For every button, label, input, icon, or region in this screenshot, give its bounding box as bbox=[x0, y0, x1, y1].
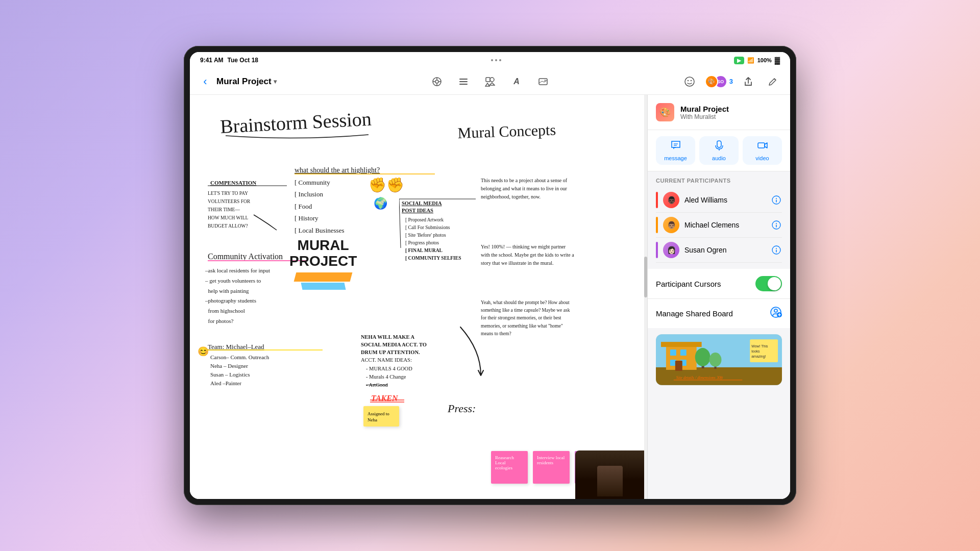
svg-text:what should the art highlight?: what should the art highlight? bbox=[295, 166, 380, 174]
participant-name-2: Michael Clemens bbox=[684, 221, 766, 229]
arrow-1 bbox=[251, 212, 282, 233]
edit-button[interactable] bbox=[764, 72, 782, 91]
smiley-badge: 😊 bbox=[198, 346, 209, 357]
svg-text:Carson– Comm. Outreach: Carson– Comm. Outreach bbox=[210, 354, 270, 360]
shapes-tool-icon bbox=[485, 77, 495, 87]
video-self-view bbox=[575, 450, 644, 499]
svg-text:POST IDEAS: POST IDEAS bbox=[402, 208, 433, 213]
svg-text:NEHA WILL MAKE A: NEHA WILL MAKE A bbox=[361, 334, 415, 340]
svg-rect-7 bbox=[459, 81, 468, 82]
svg-text:[ COMMUNITY SELFIES: [ COMMUNITY SELFIES bbox=[405, 256, 461, 261]
svg-text:SOCIAL MEDIA: SOCIAL MEDIA bbox=[402, 201, 442, 206]
image-tool-icon bbox=[538, 77, 548, 87]
avatar-susan: 👩🏻 bbox=[663, 242, 679, 258]
svg-text:BUDGET ALLOW?: BUDGET ALLOW? bbox=[208, 223, 248, 229]
svg-text:looks: looks bbox=[751, 349, 760, 353]
svg-point-89 bbox=[709, 353, 722, 367]
canvas-area[interactable]: Brainstorm Session Mural Concepts what s… bbox=[190, 95, 647, 499]
status-right: ▶ 📶 100% ▓ bbox=[734, 56, 780, 64]
world-emoji: 🌍 bbox=[374, 197, 387, 210]
svg-text:- Murals 4 Change: - Murals 4 Change bbox=[366, 374, 406, 380]
wifi-icon: 📶 bbox=[747, 57, 754, 64]
chevron-down-icon: ▾ bbox=[274, 78, 277, 85]
canvas-scrollbar[interactable] bbox=[644, 95, 647, 499]
message-icon bbox=[670, 140, 681, 154]
share-button[interactable] bbox=[739, 72, 757, 91]
share-icon bbox=[743, 77, 753, 87]
svg-rect-82 bbox=[680, 349, 687, 356]
status-left: 9:41 AM Tue Oct 18 bbox=[200, 57, 258, 64]
svg-rect-6 bbox=[459, 79, 468, 80]
participant-item-susan: 👩🏻 Susan Ogren bbox=[656, 238, 782, 263]
toggle-knob bbox=[768, 277, 781, 290]
svg-point-17 bbox=[688, 80, 689, 81]
participant-cursors-toggle[interactable] bbox=[755, 276, 782, 291]
communication-buttons: message audio bbox=[648, 130, 790, 171]
brainstorm-title: Brainstorm Session bbox=[215, 105, 379, 143]
participant-info-button-1[interactable] bbox=[771, 194, 782, 206]
svg-rect-80 bbox=[661, 342, 702, 347]
main-area: Brainstorm Session Mural Concepts what s… bbox=[190, 95, 790, 499]
participant-cursors-row[interactable]: Participant Cursors bbox=[648, 269, 790, 299]
video-button[interactable]: video bbox=[743, 136, 782, 165]
participant-item-aled: 👨🏿 Aled Williams bbox=[656, 188, 782, 213]
participant-info-button-2[interactable] bbox=[771, 219, 782, 231]
svg-point-64 bbox=[776, 198, 777, 199]
shapes-tool-button[interactable] bbox=[481, 72, 499, 91]
reactions-button[interactable] bbox=[680, 72, 699, 91]
svg-text:[ FINAL MURAL: [ FINAL MURAL bbox=[405, 248, 443, 253]
svg-line-13 bbox=[542, 81, 544, 82]
manage-shared-board-label: Manage Shared Board bbox=[656, 309, 770, 318]
list-tool-button[interactable] bbox=[454, 72, 473, 91]
participant-info-button-3[interactable] bbox=[771, 244, 782, 256]
svg-rect-62 bbox=[758, 143, 765, 148]
svg-text:Brainstorm Session: Brainstorm Session bbox=[219, 108, 372, 137]
question-text: what should the art highlight? bbox=[292, 161, 445, 179]
video-indicator: ▶ bbox=[734, 57, 744, 64]
text-tool-button[interactable]: A bbox=[507, 72, 526, 91]
mural-concepts-title: Mural Concepts bbox=[455, 115, 583, 148]
body-text-2: Yes! 100%! — thinking we might partner w… bbox=[481, 243, 575, 267]
svg-text:[ Proposed Artwork: [ Proposed Artwork bbox=[405, 217, 444, 222]
back-button[interactable]: ‹ bbox=[198, 74, 212, 89]
avatar-aled: 👨🏿 bbox=[663, 192, 679, 208]
reactions-icon bbox=[684, 76, 695, 87]
project-title[interactable]: Mural Project ▾ bbox=[216, 77, 277, 87]
avatar-emoji-3: 👩🏻 bbox=[667, 246, 676, 254]
avatar-emoji-2: 👨🏽 bbox=[667, 221, 676, 229]
svg-rect-9 bbox=[486, 78, 490, 82]
panel-subtitle: With Muralist bbox=[680, 113, 782, 120]
sticky-research[interactable]: Reasearch Local ecologies bbox=[491, 451, 528, 484]
panel-title-area: Mural Project With Muralist bbox=[680, 105, 782, 120]
fist-emoji: ✊✊ bbox=[369, 177, 404, 193]
svg-line-12 bbox=[539, 81, 542, 83]
svg-rect-81 bbox=[670, 349, 676, 356]
svg-text:COMPENSATION: COMPENSATION bbox=[210, 180, 256, 186]
svg-text:TAKEN: TAKEN bbox=[371, 394, 399, 403]
audio-button[interactable]: audio bbox=[699, 136, 739, 165]
time-display: 9:41 AM bbox=[200, 57, 224, 64]
image-tool-button[interactable] bbox=[534, 72, 552, 91]
svg-text:amazing!: amazing! bbox=[751, 355, 766, 359]
ipad-device: 9:41 AM Tue Oct 18 ▶ 📶 100% ▓ ‹ bbox=[184, 46, 796, 505]
video-icon bbox=[757, 140, 768, 154]
svg-text:- ArtGood: - ArtGood bbox=[366, 382, 388, 388]
message-button[interactable]: message bbox=[656, 136, 695, 165]
manage-shared-board-row[interactable]: Manage Shared Board bbox=[648, 299, 790, 328]
draw-tool-button[interactable] bbox=[428, 72, 446, 91]
participant-indicator-1 bbox=[656, 192, 658, 208]
participant-cursors-label: Participant Cursors bbox=[656, 280, 755, 288]
press-label: Press: bbox=[445, 396, 496, 418]
participant-indicator-3 bbox=[656, 242, 658, 258]
svg-rect-8 bbox=[459, 84, 468, 85]
participants-section-label: CURRENT PARTICIPANTS bbox=[656, 178, 782, 184]
scrollbar-thumb[interactable] bbox=[644, 257, 647, 297]
status-dots bbox=[491, 59, 501, 61]
sticky-interview[interactable]: Interview local residents bbox=[533, 451, 570, 484]
body-text-3: Yeah, what should the prompt be? How abo… bbox=[481, 299, 575, 338]
participant-item-michael: 👨🏽 Michael Clemens bbox=[656, 213, 782, 238]
collaborators-button[interactable]: 🎨 SO 3 bbox=[705, 75, 733, 88]
collaborator-count: 3 bbox=[729, 78, 733, 85]
sticky-assigned-neha[interactable]: Assigned to Neha bbox=[363, 406, 399, 427]
highlight-list: [ Community [ Inclusion [ Food [ History… bbox=[295, 177, 344, 236]
